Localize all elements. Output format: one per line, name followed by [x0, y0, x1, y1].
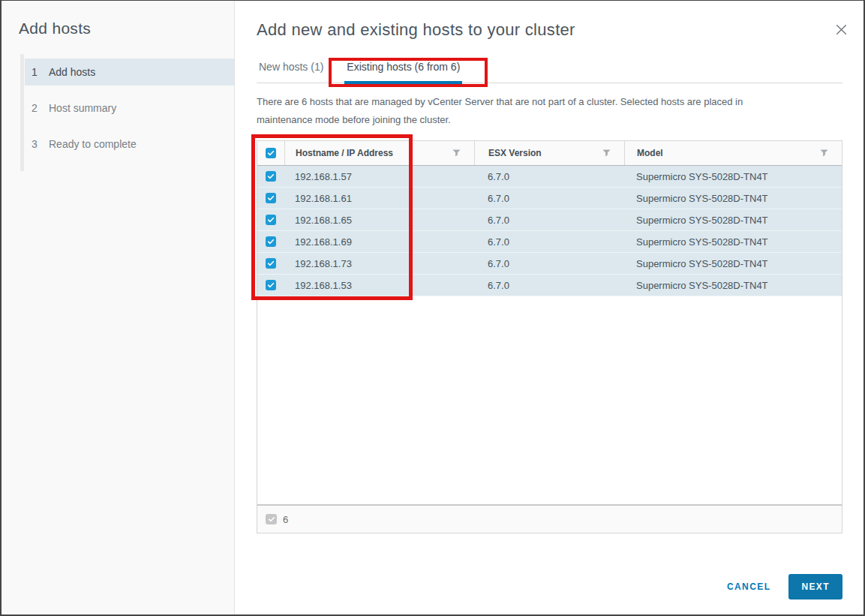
row-checkbox[interactable]: [266, 236, 276, 247]
host-tabs: New hosts (1) Existing hosts (6 from 6): [257, 61, 842, 83]
column-header-hostname[interactable]: Hostname / IP Address: [284, 141, 474, 165]
host-ip-cell: 192.168.1.61: [284, 188, 474, 209]
tab-description: There are 6 hosts that are managed by vC…: [257, 93, 842, 129]
tab-new-hosts[interactable]: New hosts (1): [257, 61, 326, 83]
table-row[interactable]: 192.168.1.61 6.7.0 Supermicro SYS-5028D-…: [257, 188, 842, 209]
next-button[interactable]: NEXT: [788, 574, 842, 599]
step-host-summary[interactable]: 2 Host summary: [25, 95, 234, 122]
model-cell: Supermicro SYS-5028D-TN4T: [624, 253, 842, 274]
description-line-2: maintenance mode before joining the clus…: [257, 111, 842, 129]
table-row[interactable]: 192.168.1.65 6.7.0 Supermicro SYS-5028D-…: [257, 209, 842, 231]
table-row[interactable]: 192.168.1.57 6.7.0 Supermicro SYS-5028D-…: [257, 166, 842, 188]
column-header-esx-version[interactable]: ESX Version: [474, 141, 624, 165]
selected-count-checkbox-icon: [266, 514, 277, 524]
esx-version-cell: 6.7.0: [474, 231, 624, 252]
select-all-checkbox[interactable]: [266, 148, 276, 158]
filter-funnel-icon[interactable]: [452, 149, 461, 157]
table-row[interactable]: 192.168.1.73 6.7.0 Supermicro SYS-5028D-…: [257, 253, 842, 275]
filter-funnel-icon[interactable]: [602, 149, 611, 157]
host-ip-cell: 192.168.1.53: [284, 275, 474, 296]
step-label: Add hosts: [49, 66, 95, 78]
esx-version-cell: 6.7.0: [474, 275, 624, 296]
row-checkbox[interactable]: [266, 193, 276, 203]
table-header-row: Hostname / IP Address ESX Version Model: [257, 141, 842, 166]
step-ready-to-complete[interactable]: 3 Ready to complete: [25, 131, 234, 158]
cancel-button[interactable]: CANCEL: [727, 581, 770, 592]
model-cell: Supermicro SYS-5028D-TN4T: [624, 188, 842, 209]
wizard-actions: CANCEL NEXT: [257, 574, 842, 599]
host-ip-cell: 192.168.1.69: [284, 231, 474, 252]
host-ip-cell: 192.168.1.57: [284, 166, 474, 187]
step-label: Host summary: [49, 102, 116, 114]
model-cell: Supermicro SYS-5028D-TN4T: [624, 231, 842, 252]
step-number: 2: [31, 102, 38, 114]
selected-count: 6: [283, 514, 288, 525]
esx-version-cell: 6.7.0: [474, 188, 624, 209]
table-empty-area: [257, 296, 842, 504]
model-cell: Supermicro SYS-5028D-TN4T: [624, 166, 842, 187]
description-line-1: There are 6 hosts that are managed by vC…: [257, 93, 842, 111]
add-hosts-wizard-dialog: Add hosts 1 Add hosts 2 Host summary 3 R…: [0, 0, 865, 616]
select-all-cell: [257, 141, 284, 165]
esx-version-cell: 6.7.0: [474, 166, 624, 187]
wizard-steps: 1 Add hosts 2 Host summary 3 Ready to co…: [19, 54, 234, 171]
esx-version-cell: 6.7.0: [474, 253, 624, 274]
tab-existing-hosts[interactable]: Existing hosts (6 from 6): [344, 61, 462, 83]
close-button[interactable]: [833, 22, 848, 37]
model-cell: Supermicro SYS-5028D-TN4T: [624, 209, 842, 230]
table-row[interactable]: 192.168.1.69 6.7.0 Supermicro SYS-5028D-…: [257, 231, 842, 253]
wizard-sidebar: Add hosts 1 Add hosts 2 Host summary 3 R…: [2, 1, 235, 614]
row-checkbox[interactable]: [266, 215, 276, 225]
step-number: 3: [31, 138, 38, 150]
step-label: Ready to complete: [49, 138, 137, 150]
close-icon: [835, 23, 848, 36]
model-cell: Supermicro SYS-5028D-TN4T: [624, 275, 842, 296]
esx-version-cell: 6.7.0: [474, 209, 624, 230]
column-header-model[interactable]: Model: [624, 141, 842, 165]
wizard-title: Add hosts: [19, 20, 234, 38]
host-ip-cell: 192.168.1.73: [284, 253, 474, 274]
table-row[interactable]: 192.168.1.53 6.7.0 Supermicro SYS-5028D-…: [257, 275, 842, 296]
row-checkbox[interactable]: [266, 258, 276, 269]
row-checkbox[interactable]: [266, 280, 276, 290]
row-checkbox[interactable]: [266, 171, 276, 182]
host-ip-cell: 192.168.1.65: [284, 209, 474, 230]
page-title: Add new and existing hosts to your clust…: [257, 20, 842, 40]
step-number: 1: [31, 66, 38, 78]
step-add-hosts[interactable]: 1 Add hosts: [25, 59, 234, 86]
table-footer: 6: [257, 504, 842, 533]
existing-hosts-table: Hostname / IP Address ESX Version Model: [257, 140, 842, 533]
filter-funnel-icon[interactable]: [820, 149, 828, 157]
wizard-main-panel: Add new and existing hosts to your clust…: [235, 1, 863, 614]
